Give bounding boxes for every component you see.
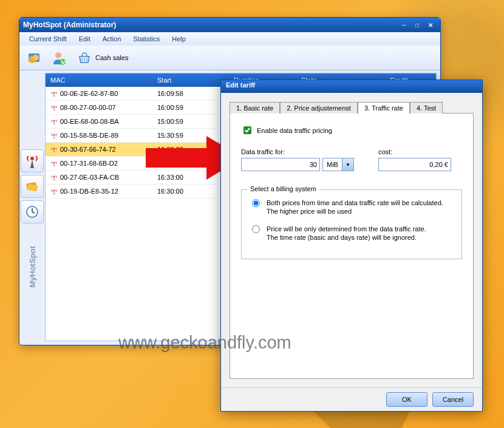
signal-icon [50, 90, 58, 97]
menu-edit[interactable]: Edit [73, 33, 97, 44]
tab-traffic-rate[interactable]: 3. Traffic rate [358, 102, 410, 114]
svg-point-2 [33, 55, 39, 61]
menu-action[interactable]: Action [97, 33, 128, 44]
menu-help[interactable]: Help [166, 33, 192, 44]
chevron-down-icon: ▼ [342, 158, 353, 171]
data-traffic-label: Data traffic for: [241, 148, 354, 155]
cost-input[interactable] [378, 158, 451, 171]
side-tab-tickets[interactable] [21, 175, 44, 198]
col-start[interactable]: Start [152, 76, 229, 84]
signal-icon [50, 118, 58, 125]
minimize-button[interactable]: ─ [398, 20, 410, 30]
radio-traffic-only-label: Price will be only determined from the d… [267, 225, 426, 242]
cash-sales-label: Cash sales [95, 54, 128, 61]
menu-current-shift[interactable]: Current Shift [23, 33, 73, 44]
tool-button-money[interactable] [23, 47, 45, 69]
titlebar: MyHotSpot (Administrator) ─ □ ✕ [19, 18, 440, 32]
ok-button[interactable]: OK [386, 392, 427, 407]
tool-button-user[interactable] [47, 47, 69, 69]
tab-test[interactable]: 4. Test [410, 102, 443, 114]
cash-sales-button[interactable]: Cash sales [72, 47, 134, 69]
signal-icon [50, 104, 58, 111]
signal-icon [50, 132, 58, 139]
clock-icon [24, 203, 41, 220]
billing-system-legend: Select a billing system [248, 185, 319, 192]
tab-content-traffic: Enable data traffic pricing Data traffic… [230, 113, 474, 379]
menu-bar: Current Shift Edit Action Statistics Hel… [19, 32, 440, 46]
cost-label: cost: [378, 148, 451, 155]
edit-tariff-dialog: Edit tariff 1. Basic rate 2. Price adjus… [220, 80, 483, 412]
radio-traffic-only[interactable] [252, 225, 260, 233]
maximize-button[interactable]: □ [411, 20, 423, 30]
svg-rect-10 [27, 184, 38, 191]
side-tabs: MyHotSpot [19, 70, 45, 345]
col-mac[interactable]: MAC [46, 76, 152, 84]
cancel-button[interactable]: Cancel [432, 392, 474, 407]
enable-traffic-pricing-checkbox[interactable] [243, 126, 251, 134]
unit-select[interactable]: MiB ▼ [322, 158, 354, 171]
dialog-title: Edit tariff [221, 80, 482, 93]
signal-icon [50, 160, 58, 167]
user-icon [50, 50, 66, 66]
side-tab-clock[interactable] [21, 200, 44, 223]
signal-icon [50, 174, 58, 181]
svg-point-3 [55, 52, 61, 58]
close-button[interactable]: ✕ [424, 20, 437, 30]
antenna-icon [24, 152, 41, 169]
signal-icon [50, 188, 58, 195]
tickets-icon [24, 178, 41, 195]
data-traffic-input[interactable] [241, 158, 320, 171]
tariff-tabs: 1. Basic rate 2. Price adjustemenst 3. T… [230, 101, 474, 113]
billing-system-group: Select a billing system Both prices from… [241, 189, 462, 259]
toolbar: Cash sales [19, 46, 440, 70]
tab-price-adjustments[interactable]: 2. Price adjustemenst [280, 102, 358, 114]
side-label: MyHotSpot [28, 246, 37, 288]
radio-both-prices[interactable] [252, 199, 260, 207]
coins-icon [26, 50, 42, 66]
window-title: MyHotSpot (Administrator) [23, 21, 116, 29]
enable-traffic-pricing-label: Enable data traffic pricing [257, 127, 332, 134]
unit-value: MiB [323, 161, 342, 168]
basket-icon [77, 50, 92, 65]
radio-both-prices-label: Both prices from time and data traffic r… [267, 199, 443, 216]
menu-statistics[interactable]: Statistics [127, 33, 166, 44]
tab-basic-rate[interactable]: 1. Basic rate [230, 102, 280, 114]
dialog-buttons: OK Cancel [221, 387, 482, 411]
side-tab-wifi[interactable] [21, 149, 44, 172]
signal-icon [50, 146, 58, 153]
